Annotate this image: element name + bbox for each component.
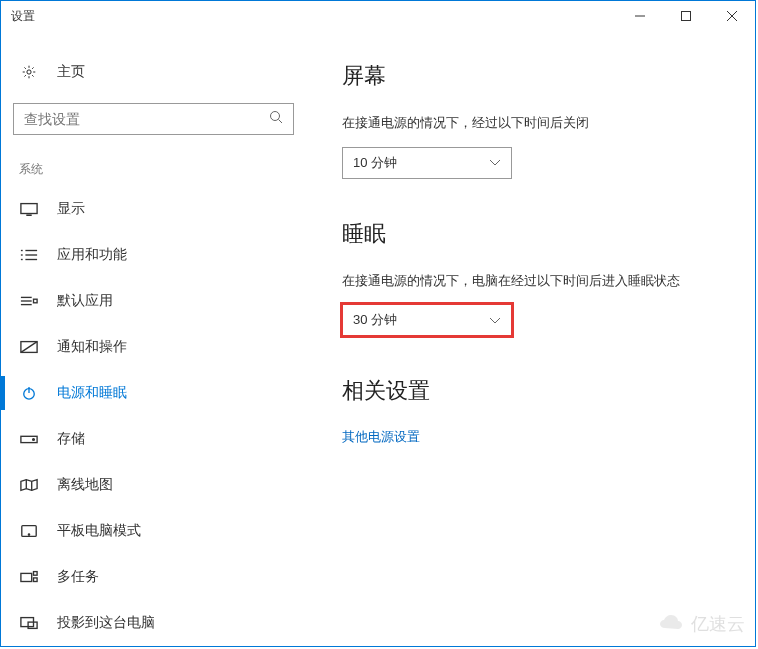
svg-line-20 bbox=[21, 342, 37, 353]
sidebar-item-label: 存储 bbox=[57, 430, 85, 448]
sidebar-item-apps[interactable]: 应用和功能 bbox=[1, 232, 306, 278]
notifications-icon bbox=[19, 340, 39, 354]
watermark: 亿速云 bbox=[657, 612, 745, 636]
maximize-button[interactable] bbox=[663, 1, 709, 31]
svg-rect-31 bbox=[34, 578, 38, 582]
nav-list: 显示 应用和功能 默认应用 通知和操作 电源和睡眠 bbox=[1, 186, 306, 646]
sleep-timeout-dropdown[interactable]: 30 分钟 bbox=[342, 304, 512, 336]
window-controls bbox=[617, 1, 755, 31]
sidebar-item-display[interactable]: 显示 bbox=[1, 186, 306, 232]
search-icon bbox=[269, 110, 283, 128]
sidebar-item-power-sleep[interactable]: 电源和睡眠 bbox=[1, 370, 306, 416]
sidebar-item-storage[interactable]: 存储 bbox=[1, 416, 306, 462]
sidebar-item-label: 电源和睡眠 bbox=[57, 384, 127, 402]
home-link[interactable]: 主页 bbox=[1, 51, 306, 93]
svg-rect-7 bbox=[21, 204, 37, 214]
minimize-button[interactable] bbox=[617, 1, 663, 31]
sidebar-item-label: 离线地图 bbox=[57, 476, 113, 494]
category-label: 系统 bbox=[1, 135, 306, 186]
other-power-settings-link[interactable]: 其他电源设置 bbox=[342, 428, 735, 446]
storage-icon bbox=[19, 432, 39, 446]
gear-icon bbox=[19, 65, 39, 79]
window-title: 设置 bbox=[11, 8, 35, 25]
list-icon bbox=[19, 248, 39, 262]
sidebar-item-label: 显示 bbox=[57, 200, 85, 218]
sidebar-item-label: 默认应用 bbox=[57, 292, 113, 310]
sleep-section-title: 睡眠 bbox=[342, 219, 735, 249]
sidebar-item-tablet-mode[interactable]: 平板电脑模式 bbox=[1, 508, 306, 554]
svg-rect-33 bbox=[28, 622, 37, 628]
project-icon bbox=[19, 616, 39, 630]
svg-rect-29 bbox=[21, 573, 32, 581]
sidebar-item-label: 多任务 bbox=[57, 568, 99, 586]
search-input[interactable] bbox=[24, 111, 269, 127]
sidebar-item-label: 通知和操作 bbox=[57, 338, 127, 356]
chevron-down-icon bbox=[489, 313, 501, 328]
screen-section-text: 在接通电源的情况下，经过以下时间后关闭 bbox=[342, 113, 722, 133]
sidebar-item-default-apps[interactable]: 默认应用 bbox=[1, 278, 306, 324]
svg-point-4 bbox=[27, 70, 31, 74]
sleep-timeout-value: 30 分钟 bbox=[353, 311, 397, 329]
svg-rect-30 bbox=[34, 572, 38, 576]
screen-timeout-value: 10 分钟 bbox=[353, 154, 397, 172]
sidebar-item-offline-maps[interactable]: 离线地图 bbox=[1, 462, 306, 508]
home-label: 主页 bbox=[57, 63, 85, 81]
svg-point-28 bbox=[28, 534, 29, 535]
tablet-icon bbox=[19, 524, 39, 538]
chevron-down-icon bbox=[489, 155, 501, 170]
svg-rect-18 bbox=[34, 299, 38, 303]
main-panel: 屏幕 在接通电源的情况下，经过以下时间后关闭 10 分钟 睡眠 在接通电源的情况… bbox=[306, 31, 755, 646]
power-icon bbox=[19, 386, 39, 400]
svg-point-24 bbox=[33, 439, 35, 441]
content-area: 主页 系统 显示 应用和功能 默认 bbox=[1, 31, 755, 646]
watermark-text: 亿速云 bbox=[691, 612, 745, 636]
titlebar: 设置 bbox=[1, 1, 755, 31]
settings-window: 设置 主页 bbox=[0, 0, 756, 647]
sidebar-item-multitasking[interactable]: 多任务 bbox=[1, 554, 306, 600]
sidebar: 主页 系统 显示 应用和功能 默认 bbox=[1, 31, 306, 646]
svg-line-6 bbox=[279, 120, 283, 124]
sidebar-item-notifications[interactable]: 通知和操作 bbox=[1, 324, 306, 370]
sidebar-item-label: 平板电脑模式 bbox=[57, 522, 141, 540]
svg-rect-1 bbox=[682, 12, 691, 21]
svg-point-5 bbox=[271, 112, 280, 121]
sleep-section-text: 在接通电源的情况下，电脑在经过以下时间后进入睡眠状态 bbox=[342, 271, 722, 291]
search-box[interactable] bbox=[13, 103, 294, 135]
screen-timeout-dropdown[interactable]: 10 分钟 bbox=[342, 147, 512, 179]
default-apps-icon bbox=[19, 294, 39, 308]
sidebar-item-label: 投影到这台电脑 bbox=[57, 614, 155, 632]
multitask-icon bbox=[19, 570, 39, 584]
close-button[interactable] bbox=[709, 1, 755, 31]
related-section-title: 相关设置 bbox=[342, 376, 735, 406]
monitor-icon bbox=[19, 202, 39, 216]
sidebar-item-label: 应用和功能 bbox=[57, 246, 127, 264]
screen-section-title: 屏幕 bbox=[342, 61, 735, 91]
sidebar-item-projecting[interactable]: 投影到这台电脑 bbox=[1, 600, 306, 646]
map-icon bbox=[19, 478, 39, 492]
